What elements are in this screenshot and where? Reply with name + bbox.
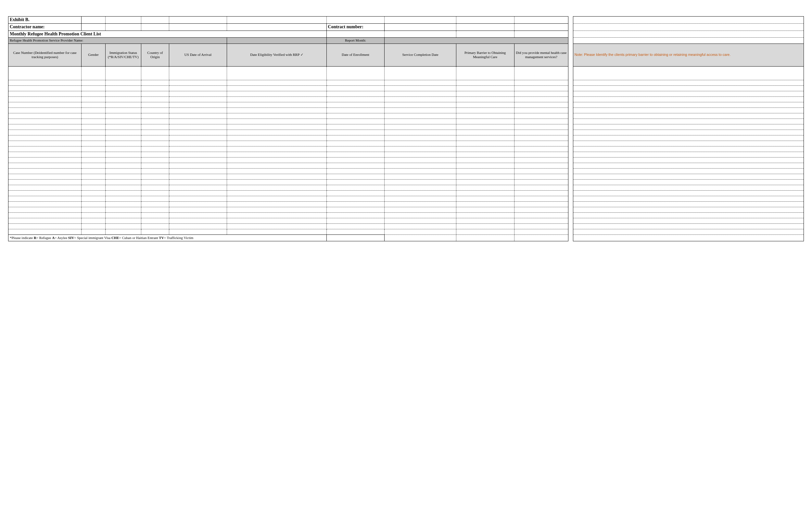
table-cell[interactable] bbox=[82, 91, 105, 96]
table-cell[interactable] bbox=[456, 157, 514, 163]
table-cell[interactable] bbox=[141, 102, 169, 108]
table-cell[interactable] bbox=[456, 108, 514, 113]
table-cell[interactable] bbox=[456, 130, 514, 135]
table-cell[interactable] bbox=[514, 224, 569, 229]
table-cell[interactable] bbox=[326, 113, 384, 118]
table-cell[interactable] bbox=[456, 66, 514, 80]
table-cell[interactable] bbox=[82, 152, 105, 157]
table-cell[interactable] bbox=[8, 224, 82, 229]
table-cell[interactable] bbox=[227, 135, 326, 141]
table-cell[interactable] bbox=[326, 179, 384, 185]
table-cell[interactable] bbox=[8, 102, 82, 108]
table-cell[interactable] bbox=[514, 157, 569, 163]
table-cell[interactable] bbox=[169, 108, 227, 113]
table-cell[interactable] bbox=[141, 80, 169, 85]
table-cell[interactable] bbox=[141, 141, 169, 146]
table-cell[interactable] bbox=[141, 146, 169, 152]
table-cell[interactable] bbox=[8, 212, 82, 218]
table-cell[interactable] bbox=[82, 163, 105, 168]
table-cell[interactable] bbox=[514, 118, 569, 124]
table-cell[interactable] bbox=[8, 207, 82, 212]
table-cell[interactable] bbox=[514, 96, 569, 102]
table-cell[interactable] bbox=[384, 85, 456, 91]
table-cell[interactable] bbox=[384, 190, 456, 196]
table-cell[interactable] bbox=[169, 201, 227, 207]
table-cell[interactable] bbox=[326, 124, 384, 130]
table-cell[interactable] bbox=[227, 174, 326, 179]
table-cell[interactable] bbox=[82, 224, 105, 229]
notes-cell[interactable] bbox=[573, 80, 804, 85]
table-cell[interactable] bbox=[456, 91, 514, 96]
table-cell[interactable] bbox=[456, 201, 514, 207]
table-cell[interactable] bbox=[8, 135, 82, 141]
table-cell[interactable] bbox=[82, 102, 105, 108]
table-cell[interactable] bbox=[105, 157, 141, 163]
notes-cell[interactable] bbox=[573, 168, 804, 174]
table-cell[interactable] bbox=[105, 163, 141, 168]
table-cell[interactable] bbox=[514, 113, 569, 118]
table-cell[interactable] bbox=[169, 229, 227, 234]
table-cell[interactable] bbox=[169, 174, 227, 179]
table-cell[interactable] bbox=[326, 146, 384, 152]
table-cell[interactable] bbox=[8, 157, 82, 163]
table-cell[interactable] bbox=[82, 141, 105, 146]
table-cell[interactable] bbox=[105, 80, 141, 85]
notes-cell[interactable] bbox=[573, 91, 804, 96]
table-cell[interactable] bbox=[227, 201, 326, 207]
table-cell[interactable] bbox=[82, 196, 105, 201]
table-cell[interactable] bbox=[514, 66, 569, 80]
table-cell[interactable] bbox=[169, 218, 227, 224]
table-cell[interactable] bbox=[514, 190, 569, 196]
table-cell[interactable] bbox=[169, 212, 227, 218]
table-cell[interactable] bbox=[105, 174, 141, 179]
table-cell[interactable] bbox=[82, 96, 105, 102]
table-cell[interactable] bbox=[105, 212, 141, 218]
table-cell[interactable] bbox=[326, 152, 384, 157]
table-cell[interactable] bbox=[169, 179, 227, 185]
table-cell[interactable] bbox=[227, 157, 326, 163]
table-cell[interactable] bbox=[456, 212, 514, 218]
table-cell[interactable] bbox=[169, 96, 227, 102]
table-cell[interactable] bbox=[456, 85, 514, 91]
table-cell[interactable] bbox=[169, 118, 227, 124]
table-cell[interactable] bbox=[105, 102, 141, 108]
table-cell[interactable] bbox=[227, 141, 326, 146]
table-cell[interactable] bbox=[169, 185, 227, 190]
table-cell[interactable] bbox=[105, 146, 141, 152]
table-cell[interactable] bbox=[141, 168, 169, 174]
table-cell[interactable] bbox=[326, 85, 384, 91]
table-cell[interactable] bbox=[227, 108, 326, 113]
table-cell[interactable] bbox=[326, 168, 384, 174]
table-cell[interactable] bbox=[105, 124, 141, 130]
table-cell[interactable] bbox=[169, 130, 227, 135]
table-cell[interactable] bbox=[384, 102, 456, 108]
table-cell[interactable] bbox=[326, 212, 384, 218]
table-cell[interactable] bbox=[105, 229, 141, 234]
table-cell[interactable] bbox=[326, 207, 384, 212]
table-cell[interactable] bbox=[384, 229, 456, 234]
table-cell[interactable] bbox=[227, 124, 326, 130]
table-cell[interactable] bbox=[514, 85, 569, 91]
table-cell[interactable] bbox=[514, 196, 569, 201]
table-cell[interactable] bbox=[227, 96, 326, 102]
table-cell[interactable] bbox=[326, 80, 384, 85]
notes-cell[interactable] bbox=[573, 185, 804, 190]
table-cell[interactable] bbox=[105, 224, 141, 229]
table-cell[interactable] bbox=[456, 102, 514, 108]
table-cell[interactable] bbox=[514, 163, 569, 168]
notes-cell[interactable] bbox=[573, 108, 804, 113]
table-cell[interactable] bbox=[8, 118, 82, 124]
table-cell[interactable] bbox=[227, 196, 326, 201]
table-cell[interactable] bbox=[456, 224, 514, 229]
table-cell[interactable] bbox=[141, 218, 169, 224]
table-cell[interactable] bbox=[227, 91, 326, 96]
table-cell[interactable] bbox=[326, 102, 384, 108]
table-cell[interactable] bbox=[456, 146, 514, 152]
table-cell[interactable] bbox=[227, 212, 326, 218]
table-cell[interactable] bbox=[384, 130, 456, 135]
table-cell[interactable] bbox=[227, 80, 326, 85]
table-cell[interactable] bbox=[8, 168, 82, 174]
table-cell[interactable] bbox=[105, 96, 141, 102]
table-cell[interactable] bbox=[227, 163, 326, 168]
table-cell[interactable] bbox=[326, 163, 384, 168]
